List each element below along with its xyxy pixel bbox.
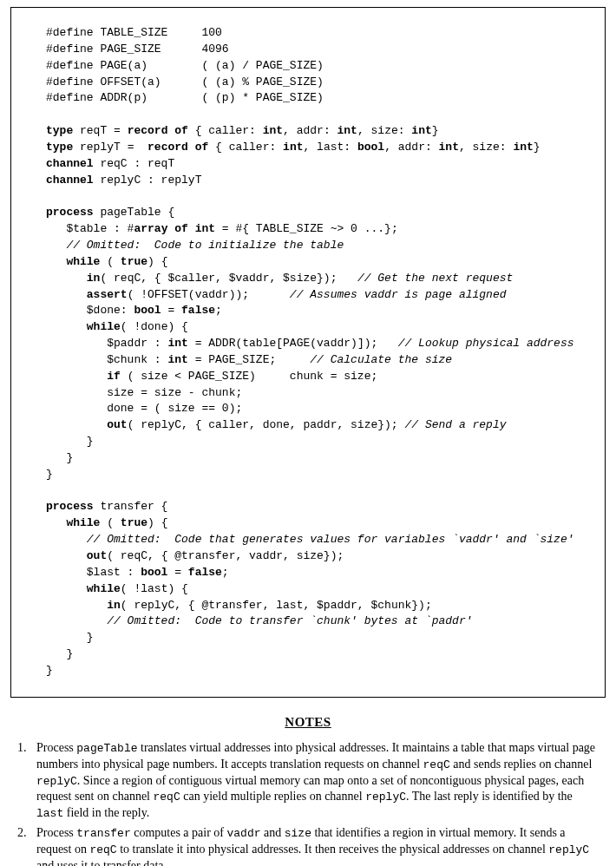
define-line: #define PAGE_SIZE 4096 [46,43,229,56]
code-text: transfer { [94,500,168,513]
code-text: replyC : replyT [94,174,202,187]
code-text: ( [100,516,120,529]
code-text [46,288,87,301]
kw-channel: channel [46,157,94,170]
comment: // Lookup physical address [398,337,574,350]
code-text: reqC : reqT [94,157,175,170]
code-text: ( size < PAGE_SIZE) chunk = size; [121,370,377,383]
code-text [46,370,107,383]
comment: // Calculate the size [310,353,452,366]
code-text: ( replyC, { caller, done, paddr, size}); [128,418,405,431]
code-text [46,255,66,268]
define-line: #define ADDR(p) ( (p) * PAGE_SIZE) [46,91,324,104]
kw-false: false [188,566,222,579]
code-text: } [46,631,94,644]
kw-while: while [87,320,121,333]
note-text: computes a pair of [131,826,227,839]
note-number: 1. [17,740,36,822]
kw-process: process [46,500,94,513]
comment: // Assumes vaddr is page aligned [290,288,507,301]
note-text: and [261,826,285,839]
code-text: $paddr : [46,337,167,350]
note-text: to translate it into physical addresses.… [117,843,549,856]
code-text: } [46,647,73,660]
kw-array: array of int [134,222,215,235]
note-item: 2. Process transfer computes a pair of v… [17,825,599,866]
code-term: pageTable [76,742,137,755]
code-text: { caller: [188,124,263,137]
kw-int: int [439,141,459,154]
kw-out: out [107,418,127,431]
code-term: vaddr [227,827,261,840]
kw-int: int [513,141,533,154]
code-text: replyT = [73,141,147,154]
code-term: transfer [76,827,130,840]
kw-true: true [121,516,147,529]
note-item: 1. Process pageTable translates virtual … [17,740,599,822]
code-text [46,582,87,595]
kw-type: type [46,124,73,137]
note-text: and sends replies on channel [450,758,593,771]
kw-bool: bool [141,566,167,579]
code-text [46,418,107,431]
code-text: $chunk : [46,353,167,366]
kw-int: int [283,141,303,154]
kw-int: int [263,124,283,137]
code-text: $last : [46,566,141,579]
code-text: = [167,566,187,579]
kw-type: type [46,141,73,154]
kw-bool: bool [357,141,384,154]
note-number: 2. [17,825,36,866]
kw-process: process [46,206,94,219]
kw-true: true [121,255,147,268]
note-text: Process [36,741,76,754]
comment: // Omitted: Code to initialize the table [46,239,344,252]
code-term: replyC [365,791,406,804]
define-line: #define PAGE(a) ( (a) / PAGE_SIZE) [46,59,324,72]
kw-int: int [337,124,357,137]
comment: // Send a reply [404,418,506,431]
note-body: Process pageTable translates virtual add… [36,740,599,822]
kw-int: int [167,353,187,366]
code-text [46,599,107,612]
kw-int: int [411,124,431,137]
code-text: } [46,435,94,448]
comment: // Omitted: Code to transfer `chunk' byt… [46,614,472,627]
code-text: pageTable { [94,206,175,219]
code-text: = #{ TABLE_SIZE ~> 0 ...}; [215,222,398,235]
code-term: last [36,807,63,820]
code-text: ( !OFFSET(vaddr)); [128,288,290,301]
kw-if: if [107,370,121,383]
code-text: ( !last) { [121,582,188,595]
define-line: #define OFFSET(a) ( (a) % PAGE_SIZE) [46,75,324,89]
code-text: size = size - chunk; [46,386,242,399]
note-text: field in the reply. [63,806,149,819]
code-term: reqC [154,791,180,804]
code-text: , addr: [384,141,438,154]
kw-in: in [87,272,101,285]
code-text: ; [215,304,222,317]
kw-while: while [66,516,100,529]
notes-heading: NOTES [0,715,616,730]
kw-record-of: record of [147,141,208,154]
kw-while: while [66,255,100,268]
code-text: } [534,141,541,154]
kw-assert: assert [87,288,128,301]
code-text: ) { [147,255,167,268]
code-text [46,272,87,285]
comment: // Omitted: Code that generates values f… [46,533,574,546]
code-text: , last: [304,141,357,154]
code-text: ( replyC, { @transfer, last, $paddr, $ch… [121,599,432,612]
code-text: reqT = [73,124,127,137]
kw-false: false [181,304,215,317]
code-listing: #define TABLE_SIZE 100 #define PAGE_SIZE… [10,7,606,698]
code-text: { caller: [208,141,283,154]
code-text: done = ( size == 0); [46,402,242,415]
code-text: ; [222,566,229,579]
note-text: . The last reply is identified by the [406,790,573,803]
code-text: } [46,468,53,481]
notes-list: 1. Process pageTable translates virtual … [17,740,599,866]
code-text [46,320,87,333]
code-text [46,549,87,562]
note-body: Process transfer computes a pair of vadd… [36,825,599,866]
